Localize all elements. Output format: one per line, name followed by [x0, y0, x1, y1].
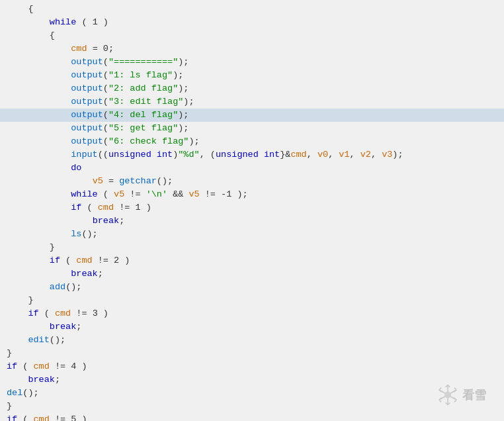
code-token-str: "5: get flag"	[108, 123, 178, 133]
code-token-kw: while	[50, 17, 77, 27]
code-line: cmd = 0;	[0, 42, 504, 56]
code-token-plain: ;	[55, 375, 60, 385]
code-token-func: output	[71, 123, 103, 133]
code-token-var: cmd	[34, 361, 50, 371]
code-token-plain: );	[178, 83, 189, 93]
code-token-plain: &&	[167, 189, 189, 199]
code-token-var: cmd	[34, 414, 50, 421]
code-line: output("===========");	[0, 56, 504, 69]
code-editor: { while ( 1 ) { cmd = 0; output("=======…	[0, 0, 504, 421]
code-token-plain: (	[103, 123, 108, 133]
code-token-plain: , (	[200, 150, 216, 160]
code-token-var: v5	[114, 189, 124, 199]
code-token-plain: (	[39, 308, 55, 318]
code-line: if ( cmd != 3 )	[0, 307, 504, 320]
code-token-kw: while	[71, 189, 98, 199]
code-line: if ( cmd != 4 )	[0, 360, 504, 373]
code-line: edit();	[0, 334, 504, 347]
code-token-func: output	[71, 70, 103, 80]
code-token-kw: break	[71, 269, 98, 279]
code-token-plain: ((	[98, 150, 108, 160]
code-text: }	[28, 295, 33, 305]
code-line: while ( v5 != '\n' && v5 != -1 );	[0, 188, 504, 201]
code-token-plain: (	[98, 189, 114, 199]
code-token-plain: (	[103, 136, 108, 146]
code-token-plain: ();	[81, 229, 97, 239]
code-line: break;	[0, 214, 504, 228]
code-token-kw: break	[93, 216, 120, 226]
code-line: }	[0, 294, 504, 307]
code-token-plain: ;	[98, 269, 103, 279]
code-token-var: v1	[339, 150, 349, 160]
code-token-plain: (	[103, 97, 108, 107]
code-token-kw: if	[71, 203, 81, 212]
code-line: }	[0, 347, 504, 360]
code-token-plain: (	[103, 57, 108, 67]
code-text: {	[50, 30, 55, 40]
code-token-var: cmd	[55, 308, 71, 318]
code-token-func: del	[7, 388, 22, 398]
code-token-func: output	[71, 136, 103, 146]
code-line: {	[0, 29, 504, 42]
code-token-str: "==========="	[108, 57, 178, 67]
code-line: del();	[0, 387, 504, 400]
code-token-str: '\n'	[146, 189, 167, 199]
code-token-var: cmd	[98, 203, 114, 212]
code-lines-container: { while ( 1 ) { cmd = 0; output("=======…	[0, 3, 504, 421]
code-token-func: output	[71, 110, 103, 120]
code-line: output("1: ls flag");	[0, 69, 504, 82]
code-token-plain: ,	[307, 150, 317, 160]
code-token-func: input	[71, 150, 98, 160]
code-token-plain: (	[81, 203, 97, 212]
code-token-func: edit	[28, 335, 49, 345]
code-text: }	[7, 401, 12, 411]
code-token-kw: do	[71, 163, 81, 173]
code-token-plain: = 0;	[87, 44, 114, 54]
code-token-plain: ,	[371, 150, 382, 160]
code-token-func: output	[71, 97, 103, 107]
code-token-str: "1: ls flag"	[108, 70, 173, 80]
code-token-kw: if	[28, 308, 38, 318]
code-line: output("4: del flag");	[0, 109, 504, 122]
code-line: break;	[0, 373, 504, 387]
code-token-plain: );	[178, 57, 189, 67]
code-token-plain: );	[392, 150, 403, 160]
code-token-plain: ();	[65, 282, 81, 292]
code-token-plain: );	[189, 136, 199, 146]
code-token-plain: != 4 )	[50, 361, 87, 371]
code-token-str: "3: edit flag"	[108, 97, 183, 107]
code-token-plain: != 2 )	[93, 256, 130, 265]
code-token-str: "6: check flag"	[108, 136, 189, 146]
code-token-var: cmd	[76, 256, 92, 265]
code-token-kw: if	[7, 361, 17, 371]
code-token-var: cmd	[71, 44, 87, 54]
code-line: v5 = getchar();	[0, 175, 504, 188]
code-token-plain: );	[178, 123, 189, 133]
code-token-plain: != -1 );	[200, 189, 248, 199]
code-token-plain: (	[60, 256, 76, 265]
code-line: }	[0, 241, 504, 254]
code-token-plain: );	[173, 70, 183, 80]
code-line: }	[0, 400, 504, 413]
svg-point-15	[445, 392, 450, 397]
code-token-var: cmd	[290, 150, 306, 160]
code-token-kw: unsigned int	[108, 150, 173, 160]
code-line: ls();	[0, 228, 504, 241]
code-token-plain: ,	[350, 150, 360, 160]
code-token-plain: =	[103, 176, 119, 186]
code-token-kw: unsigned int	[216, 150, 280, 160]
code-line: {	[0, 3, 504, 16]
code-line: add();	[0, 281, 504, 294]
code-text: {	[28, 4, 33, 14]
code-token-plain: != 5 )	[50, 414, 87, 421]
code-token-plain: (	[103, 110, 108, 120]
watermark: 看雪	[431, 379, 497, 414]
code-token-plain: ;	[119, 216, 124, 226]
code-line: break;	[0, 267, 504, 281]
code-token-kw: break	[28, 375, 55, 385]
code-token-plain: );	[183, 97, 194, 107]
code-text: }	[50, 242, 55, 252]
code-line: if ( cmd != 1 )	[0, 201, 504, 214]
svg-text:看雪: 看雪	[462, 389, 486, 402]
code-token-kw: break	[50, 322, 77, 332]
